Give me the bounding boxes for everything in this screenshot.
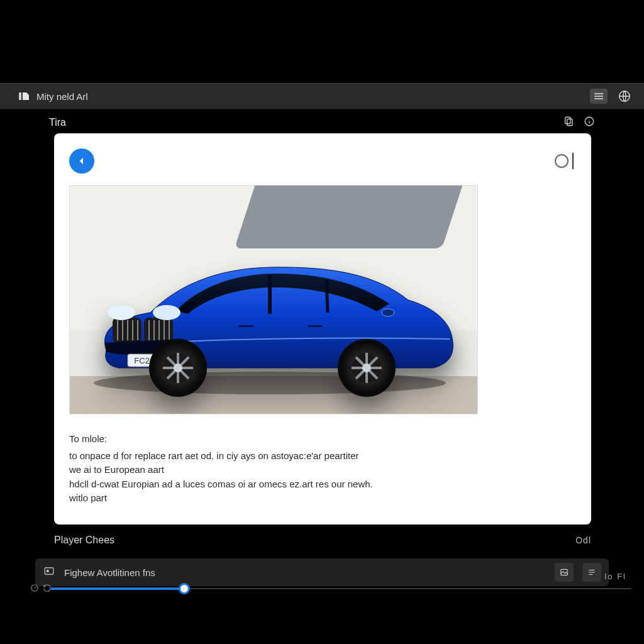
now-playing-icon — [43, 565, 55, 579]
svg-rect-42 — [238, 325, 253, 327]
svg-line-51 — [35, 587, 36, 588]
svg-line-9 — [326, 280, 328, 313]
player-label: Player Chees — [54, 535, 114, 546]
speed-icon[interactable] — [30, 584, 39, 595]
info-icon[interactable] — [584, 116, 595, 130]
svg-rect-2 — [565, 117, 570, 124]
player-section-label: Player Chees Odl — [54, 531, 591, 550]
header-title: Mity neld Arl — [36, 91, 88, 102]
picture-button[interactable] — [555, 563, 574, 582]
player-label-right: Odl — [575, 535, 591, 545]
sub-header: Tira — [47, 113, 597, 132]
svg-point-25 — [382, 309, 394, 316]
svg-rect-0 — [19, 92, 21, 100]
cursor-icon — [572, 153, 574, 169]
svg-rect-44 — [45, 568, 53, 575]
copy-icon[interactable] — [562, 116, 575, 130]
svg-rect-43 — [308, 325, 323, 327]
article-line: hdcll d-cwat Europian ad a luces comas o… — [69, 477, 522, 492]
article-body: To mlole: to onpace d for replace rart a… — [69, 432, 522, 506]
progress-bar[interactable] — [13, 585, 631, 592]
svg-point-33 — [174, 364, 182, 372]
article-line: witlo part — [69, 491, 522, 506]
svg-point-23 — [153, 305, 180, 320]
svg-point-45 — [47, 570, 48, 572]
article-line: we ai to European aart — [69, 463, 522, 477]
page-title: Tira — [49, 117, 66, 128]
search-button[interactable] — [555, 153, 574, 169]
back-button[interactable] — [69, 148, 94, 174]
article-lead: To mlole: — [69, 432, 522, 447]
time-indicator: lo Fl — [604, 572, 626, 581]
article-line: to onpace d for replace rart aet od. in … — [69, 449, 522, 464]
player-bar: Fighew Avotlitinen fns — [35, 558, 609, 586]
content-card: FC2·0F — [54, 133, 591, 525]
queue-button[interactable] — [582, 563, 601, 582]
svg-rect-3 — [567, 119, 572, 126]
article-image: FC2·0F — [69, 185, 478, 414]
app-header: Mity neld Arl — [0, 83, 644, 109]
svg-point-22 — [108, 305, 135, 320]
search-icon — [555, 154, 569, 168]
menu-icon[interactable] — [590, 89, 608, 104]
track-title: Fighew Avotlitinen fns — [64, 567, 155, 578]
svg-point-41 — [362, 364, 371, 372]
globe-icon[interactable] — [616, 88, 633, 104]
save-icon — [19, 91, 30, 101]
